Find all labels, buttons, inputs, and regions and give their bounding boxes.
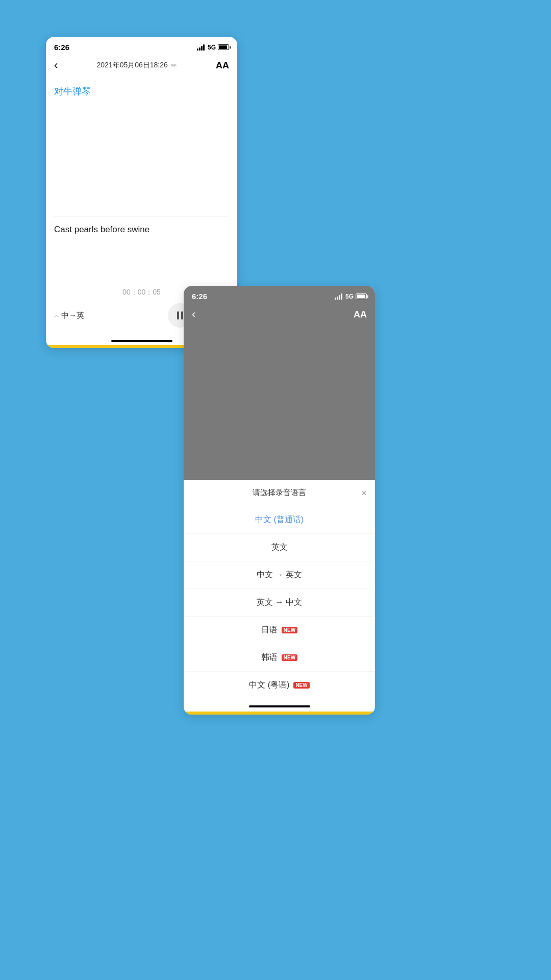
new-badge-ko: NEW bbox=[282, 654, 297, 661]
note-content-1: 对牛弹琴 Cast pearls before swine bbox=[46, 77, 237, 284]
lang-option-label-2: 中文 → 英文 bbox=[257, 570, 302, 580]
note-title-1: 对牛弹琴 bbox=[54, 85, 229, 97]
lang-option-label-5: 韩语 bbox=[261, 652, 278, 663]
status-icons-1: 5G bbox=[197, 44, 229, 51]
edit-icon-1[interactable]: ✏ bbox=[171, 61, 177, 69]
aa-button-2[interactable]: AA bbox=[354, 309, 367, 320]
close-icon[interactable]: × bbox=[361, 487, 367, 498]
back-button-2[interactable]: ‹ bbox=[192, 308, 195, 321]
battery-fill-1 bbox=[219, 45, 227, 49]
gray-top-section: 6:26 5G ‹ AA bbox=[184, 286, 375, 480]
new-badge-yue: NEW bbox=[293, 682, 309, 689]
back-button-1[interactable]: ‹ bbox=[54, 59, 58, 72]
5g-label-2: 5G bbox=[345, 293, 354, 300]
lang-option-label-0: 中文 (普通话) bbox=[255, 514, 304, 525]
timer-text-1: 00：00：05 bbox=[122, 288, 161, 297]
note-empty-area bbox=[54, 243, 229, 284]
battery-fill-2 bbox=[357, 295, 365, 298]
new-badge-ja: NEW bbox=[282, 627, 297, 633]
battery-icon-1 bbox=[218, 44, 229, 50]
note-translation-1: Cast pearls before swine bbox=[54, 225, 229, 243]
lang-option-zh-cn[interactable]: 中文 (普通话) bbox=[184, 506, 375, 534]
status-bar-1: 6:26 5G bbox=[46, 37, 237, 55]
phone-card-2: 6:26 5G ‹ AA 请选择录音语言 × bbox=[184, 286, 375, 715]
status-bar-2: 6:26 5G bbox=[184, 286, 375, 304]
battery-icon-2 bbox=[356, 293, 367, 299]
signal-icon-1 bbox=[197, 44, 205, 51]
lang-option-label-6: 中文 (粤语) bbox=[249, 680, 289, 691]
pause-bar-right bbox=[181, 311, 183, 320]
lang-option-label-3: 英文 → 中文 bbox=[257, 597, 302, 608]
lang-option-en[interactable]: 英文 bbox=[184, 534, 375, 561]
note-body-area-1 bbox=[54, 104, 229, 216]
lang-option-label-4: 日语 bbox=[261, 625, 278, 635]
lang-option-ja[interactable]: 日语 NEW bbox=[184, 617, 375, 644]
home-indicator-2 bbox=[249, 705, 310, 707]
lang-option-yue[interactable]: 中文 (粤语) NEW bbox=[184, 672, 375, 699]
status-time-1: 6:26 bbox=[54, 43, 69, 52]
home-indicator-1 bbox=[111, 340, 172, 342]
note-divider-1 bbox=[54, 216, 229, 216]
language-picker: 请选择录音语言 × 中文 (普通话) 英文 中文 → 英文 英文 → 中文 日语… bbox=[184, 480, 375, 712]
status-icons-2: 5G bbox=[335, 293, 367, 300]
lang-option-ko[interactable]: 韩语 NEW bbox=[184, 644, 375, 672]
signal-icon-2 bbox=[335, 293, 342, 300]
nav-date-1: 2021年05月06日18:26 bbox=[97, 61, 168, 70]
chevron-up-icon: ︿ bbox=[54, 312, 59, 319]
aa-button-1[interactable]: AA bbox=[216, 60, 229, 71]
lang-picker-title: 请选择录音语言 bbox=[253, 488, 306, 498]
nav-bar-2: ‹ AA bbox=[184, 304, 375, 326]
pause-icon-1 bbox=[177, 311, 183, 320]
lang-option-zh-en[interactable]: 中文 → 英文 bbox=[184, 561, 375, 589]
status-time-2: 6:26 bbox=[192, 292, 207, 301]
nav-title-1: 2021年05月06日18:26 ✏ bbox=[97, 61, 177, 70]
pause-bar-left bbox=[177, 311, 179, 320]
lang-option-label-1: 英文 bbox=[271, 542, 288, 553]
lang-label-1[interactable]: ︿ 中→英 bbox=[54, 311, 84, 321]
lang-picker-header: 请选择录音语言 × bbox=[184, 480, 375, 506]
lang-option-en-zh[interactable]: 英文 → 中文 bbox=[184, 589, 375, 617]
yellow-bottom-2 bbox=[184, 712, 375, 715]
lang-text-1: 中→英 bbox=[61, 311, 84, 321]
nav-bar-1: ‹ 2021年05月06日18:26 ✏ AA bbox=[46, 55, 237, 77]
5g-label-1: 5G bbox=[208, 44, 216, 51]
